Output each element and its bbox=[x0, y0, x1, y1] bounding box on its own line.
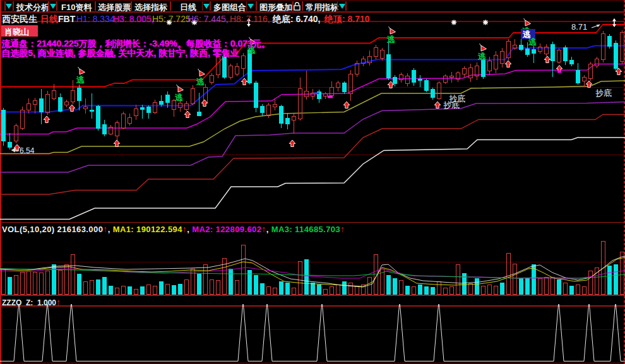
svg-text:8.71: 8.71 bbox=[571, 22, 587, 32]
svg-text:6.54: 6.54 bbox=[20, 146, 35, 155]
svg-text:逃: 逃 bbox=[477, 52, 486, 61]
svg-text:逃: 逃 bbox=[196, 77, 205, 86]
svg-text:逃: 逃 bbox=[174, 93, 183, 102]
svg-text:逃: 逃 bbox=[386, 35, 395, 44]
svg-text:抄底: 抄底 bbox=[449, 94, 465, 103]
svg-text:抄底: 抄底 bbox=[595, 88, 612, 98]
svg-text:逃: 逃 bbox=[76, 75, 85, 85]
svg-text:逃: 逃 bbox=[528, 37, 537, 47]
